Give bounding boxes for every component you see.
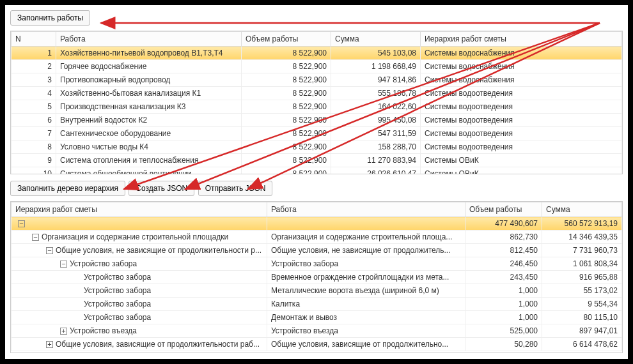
cell-hier: Системы водоотведения	[421, 127, 622, 140]
table-row[interactable]: 4Хозяйственно-бытовая канализация К18 52…	[12, 87, 622, 100]
cell-tree-sum: 14 346 439,35	[542, 231, 622, 244]
cell-sum: 164 022,60	[331, 100, 421, 114]
col-hierarchy[interactable]: Иерархия работ сметы	[421, 32, 622, 47]
tree-row[interactable]: Устройство забора Металлические ворота в…	[12, 284, 622, 298]
cell-tree-label: + Общие условия, зависящие от продолжите…	[12, 338, 267, 351]
cell-work: Хозяйственно-бытовая канализация К1	[56, 87, 242, 100]
top-toolbar: Заполнить работы	[10, 10, 623, 29]
cell-hier: Системы водоотведения	[421, 100, 622, 114]
cell-work: Сантехническое оборудование	[56, 127, 242, 140]
col-volume[interactable]: Объем работы	[242, 32, 331, 47]
table-row[interactable]: 9Система отопления и теплоснабжения8 522…	[12, 154, 622, 167]
cell-n: 8	[12, 140, 56, 154]
tree-row[interactable]: + Устройство въезда Устройство въезда525…	[12, 324, 622, 338]
table-row[interactable]: 5Производственная канализация К38 522,90…	[12, 100, 622, 114]
tree-row[interactable]: − Общие условия, не зависящие от продолж…	[12, 244, 622, 257]
cell-sum: 947 814,86	[331, 73, 421, 87]
works-grid: N Работа Объем работы Сумма Иерархия раб…	[10, 31, 623, 174]
cell-tree-work: Демонтаж и вывоз	[267, 311, 465, 324]
col-sum[interactable]: Сумма	[331, 32, 421, 47]
cell-hier: Системы водоснабжения	[421, 73, 622, 87]
fill-tree-button[interactable]: Заполнить дерево иерархия	[10, 181, 125, 196]
cell-work: Производственная канализация К3	[56, 100, 242, 114]
cell-tree-label: Устройство забора	[12, 311, 267, 324]
cell-tree-work: Временное ограждение стройплощадки из ме…	[267, 271, 465, 284]
cell-n: 1	[12, 47, 56, 60]
cell-tree-work: Калитка	[267, 298, 465, 311]
cell-work: Хозяйственно-питьевой водопровод В1,Т3,Т…	[56, 47, 242, 60]
tree-header-row: Иерархия работ сметы Работа Объем работы…	[12, 202, 622, 217]
tree-toggle-icon[interactable]: −	[46, 247, 53, 254]
cell-tree-label: − Общие условия, не зависящие от продолж…	[12, 244, 267, 257]
fill-works-button[interactable]: Заполнить работы	[10, 10, 90, 26]
cell-work: Горячее водоснабжение	[56, 60, 242, 73]
cell-sum: 158 288,70	[331, 140, 421, 154]
cell-tree-label: − Организация и содержание строительной …	[12, 231, 267, 244]
table-row[interactable]: 8Условно чистые воды К48 522,900158 288,…	[12, 140, 622, 154]
table-row[interactable]: 1Хозяйственно-питьевой водопровод В1,Т3,…	[12, 47, 622, 60]
cell-tree-volume: 525,000	[465, 324, 542, 338]
table-row[interactable]: 3Противопожарный водопровод8 522,900947 …	[12, 73, 622, 87]
table-row[interactable]: 10Система общеобменной вентиляции8 522,9…	[12, 167, 622, 174]
tree-toggle-icon[interactable]: +	[60, 328, 67, 335]
cell-tree-label: Устройство забора	[12, 298, 267, 311]
tree-toggle-icon[interactable]: −	[60, 261, 67, 268]
tree-row[interactable]: Устройство забора Калитка1,0009 554,34	[12, 298, 622, 311]
tree-toggle-icon[interactable]: −	[18, 220, 25, 227]
tree-row[interactable]: Устройство забора Демонтаж и вывоз1,0008…	[12, 311, 622, 324]
table-row[interactable]: 7Сантехническое оборудование8 522,900547…	[12, 127, 622, 140]
col-tree-sum[interactable]: Сумма	[542, 202, 622, 217]
tree-row[interactable]: − 477 490,607560 572 913,19	[12, 217, 622, 231]
cell-tree-label: Устройство забора	[12, 284, 267, 298]
table-row[interactable]: 2Горячее водоснабжение8 522,9001 198 668…	[12, 60, 622, 73]
cell-n: 10	[12, 167, 56, 174]
cell-tree-sum: 7 731 960,73	[542, 244, 622, 257]
tree-grid: Иерархия работ сметы Работа Объем работы…	[10, 201, 623, 353]
tree-row[interactable]: − Организация и содержание строительной …	[12, 231, 622, 244]
cell-tree-label: Устройство забора	[12, 271, 267, 284]
tree-toggle-icon[interactable]: −	[32, 234, 39, 241]
cell-volume: 8 522,900	[242, 87, 331, 100]
tree-row[interactable]: + Общие условия, зависящие от продолжите…	[12, 338, 622, 351]
cell-work: Внутренний водосток К2	[56, 114, 242, 127]
cell-tree-sum: 9 554,34	[542, 298, 622, 311]
col-tree-hierarchy[interactable]: Иерархия работ сметы	[12, 202, 267, 217]
create-json-button[interactable]: Создать JSON	[129, 181, 194, 196]
cell-n: 5	[12, 100, 56, 114]
cell-tree-work: Устройство въезда	[267, 324, 465, 338]
cell-tree-work: Устройство забора	[267, 257, 465, 271]
cell-volume: 8 522,900	[242, 154, 331, 167]
col-n[interactable]: N	[12, 32, 56, 47]
cell-tree-volume: 243,450	[465, 271, 542, 284]
cell-sum: 545 103,08	[331, 47, 421, 60]
send-json-button[interactable]: Отправить JSON	[198, 181, 273, 196]
cell-tree-work: Общие условия, зависящие от продолжитель…	[267, 338, 465, 351]
cell-tree-sum: 80 115,10	[542, 311, 622, 324]
cell-tree-sum: 1 061 808,34	[542, 257, 622, 271]
cell-tree-volume: 1,000	[465, 311, 542, 324]
works-header-row: N Работа Объем работы Сумма Иерархия раб…	[12, 32, 622, 47]
cell-n: 7	[12, 127, 56, 140]
tree-row[interactable]: Устройство забора Временное ограждение с…	[12, 271, 622, 284]
col-tree-work[interactable]: Работа	[267, 202, 465, 217]
cell-volume: 8 522,900	[242, 167, 331, 174]
cell-tree-label: − Устройство забора	[12, 257, 267, 271]
cell-tree-volume: 50,280	[465, 338, 542, 351]
cell-volume: 8 522,900	[242, 140, 331, 154]
cell-sum: 11 270 883,94	[331, 154, 421, 167]
cell-work: Система общеобменной вентиляции	[56, 167, 242, 174]
tree-row[interactable]: − Устройство забора Устройство забора246…	[12, 257, 622, 271]
cell-tree-label: + Устройство въезда	[12, 324, 267, 338]
cell-n: 4	[12, 87, 56, 100]
tree-toggle-icon[interactable]: +	[46, 341, 53, 348]
col-tree-volume[interactable]: Объем работы	[465, 202, 542, 217]
cell-sum: 555 186,78	[331, 87, 421, 100]
col-work[interactable]: Работа	[56, 32, 242, 47]
table-row[interactable]: 6Внутренний водосток К28 522,900995 450,…	[12, 114, 622, 127]
cell-work: Противопожарный водопровод	[56, 73, 242, 87]
cell-tree-sum: 6 614 478,62	[542, 338, 622, 351]
cell-hier: Системы водоотведения	[421, 140, 622, 154]
cell-tree-volume: 862,730	[465, 231, 542, 244]
cell-volume: 8 522,900	[242, 60, 331, 73]
cell-work: Условно чистые воды К4	[56, 140, 242, 154]
